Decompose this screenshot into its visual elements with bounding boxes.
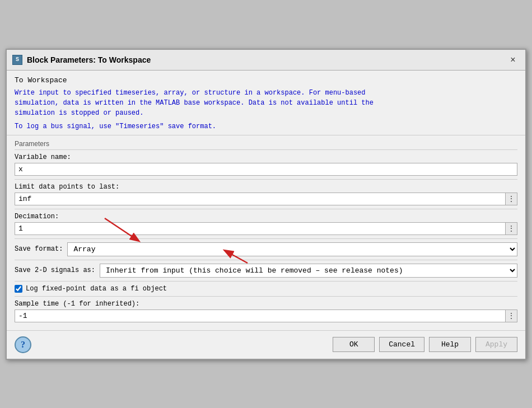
parameters-section: Parameters Variable name: Limit data poi…: [7, 135, 525, 330]
limit-data-label: Limit data points to last:: [15, 183, 517, 191]
ok-button[interactable]: OK: [333, 337, 375, 352]
close-button[interactable]: ×: [506, 53, 520, 67]
log-fixed-point-checkbox[interactable]: [15, 285, 22, 293]
title-bar-left: S Block Parameters: To Workspace: [12, 55, 151, 65]
apply-button[interactable]: Apply: [475, 337, 517, 352]
decimation-label: Decimation:: [15, 213, 517, 221]
parameters-section-label: Parameters: [15, 140, 517, 150]
variable-name-input[interactable]: [15, 163, 517, 176]
save-format-group: Save format: Array Structure Structure W…: [15, 242, 517, 256]
variable-name-group: Variable name:: [15, 153, 517, 176]
sample-time-input[interactable]: [15, 309, 505, 322]
dialog-content: To Workspace Write input to specified ti…: [7, 71, 525, 330]
help-icon-button[interactable]: ?: [15, 336, 31, 353]
limit-data-dots-button[interactable]: ⋮: [505, 193, 517, 205]
decimation-group: Decimation: ⋮: [15, 213, 517, 235]
limit-data-input[interactable]: [15, 193, 505, 205]
description-note: To log a bus signal, use "Timeseries" sa…: [15, 123, 517, 130]
description-text: Write input to specified timeseries, arr…: [15, 88, 517, 118]
variable-name-label: Variable name:: [15, 153, 517, 161]
decimation-input-group: ⋮: [15, 222, 517, 235]
sample-time-group: Sample time (-1 for inherited): ⋮: [15, 300, 517, 322]
cancel-button[interactable]: Cancel: [379, 337, 424, 352]
save-2d-select[interactable]: Inherit from input (this choice will be …: [100, 264, 517, 278]
description-area: To Workspace Write input to specified ti…: [7, 71, 525, 135]
button-bar: ? OK Cancel Help Apply: [7, 330, 525, 359]
save-2d-group: Save 2-D signals as: Inherit from input …: [15, 264, 517, 278]
save-format-label: Save format:: [15, 245, 63, 253]
sample-time-dots-button[interactable]: ⋮: [505, 309, 517, 322]
decimation-dots-button[interactable]: ⋮: [505, 222, 517, 235]
divider-2: [15, 209, 517, 209]
divider-6: [15, 296, 517, 297]
help-icon-section: ?: [15, 336, 31, 353]
description-title: To Workspace: [15, 76, 517, 85]
block-icon: S: [12, 55, 22, 65]
sample-time-label: Sample time (-1 for inherited):: [15, 300, 517, 308]
save-2d-label: Save 2-D signals as:: [15, 266, 95, 274]
dialog-title: Block Parameters: To Workspace: [27, 55, 151, 64]
log-fixed-point-label: Log fixed-point data as a fi object: [26, 285, 167, 293]
divider-4: [15, 260, 517, 260]
divider-3: [15, 238, 517, 239]
help-button[interactable]: Help: [429, 337, 471, 352]
decimation-input[interactable]: [15, 222, 505, 235]
log-fixed-point-row: Log fixed-point data as a fi object: [15, 285, 517, 293]
divider-1: [15, 179, 517, 180]
limit-data-input-group: ⋮: [15, 193, 517, 205]
limit-data-group: Limit data points to last: ⋮: [15, 183, 517, 205]
dialog-block-parameters: S Block Parameters: To Workspace × To Wo…: [6, 49, 526, 360]
action-buttons: OK Cancel Help Apply: [333, 337, 517, 352]
title-bar: S Block Parameters: To Workspace ×: [7, 50, 525, 71]
divider-5: [15, 281, 517, 282]
save-format-select[interactable]: Array Structure Structure With Time Time…: [67, 242, 517, 256]
sample-time-input-group: ⋮: [15, 309, 517, 322]
